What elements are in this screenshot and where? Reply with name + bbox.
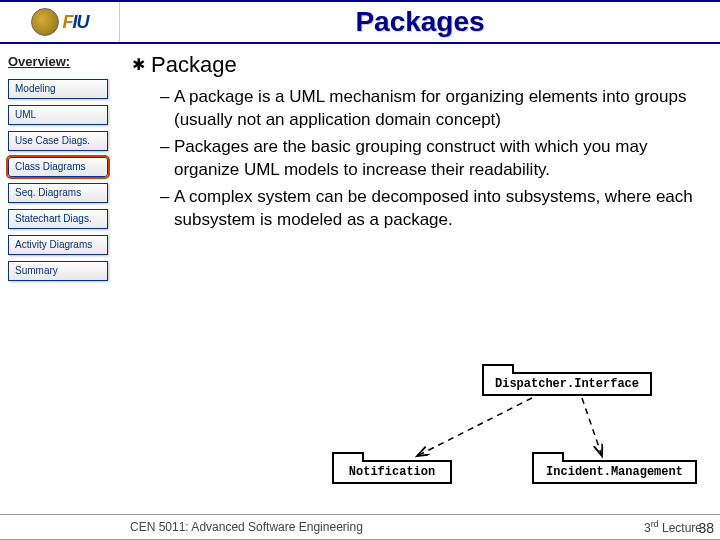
package-incident: Incident.Management bbox=[532, 460, 697, 484]
sidebar: Overview: Modeling UML Use Case Diags. C… bbox=[0, 44, 122, 514]
nav-activity[interactable]: Activity Diagrams bbox=[8, 235, 108, 255]
package-dispatcher: Dispatcher.Interface bbox=[482, 372, 652, 396]
svg-line-0 bbox=[417, 398, 532, 456]
bullet-item: A package is a UML mechanism for organiz… bbox=[160, 86, 696, 132]
bullet-list: A package is a UML mechanism for organiz… bbox=[132, 86, 696, 232]
nav-use-case[interactable]: Use Case Diags. bbox=[8, 131, 108, 151]
nav-uml[interactable]: UML bbox=[8, 105, 108, 125]
university-seal-icon bbox=[31, 8, 59, 36]
heading-text: Package bbox=[151, 52, 237, 77]
page-number: 38 bbox=[698, 520, 714, 536]
bullet-item: Packages are the basic grouping construc… bbox=[160, 136, 696, 182]
svg-line-1 bbox=[582, 398, 602, 456]
logo-area: FIU bbox=[0, 2, 120, 42]
package-notification: Notification bbox=[332, 460, 452, 484]
nav-statechart[interactable]: Statechart Diags. bbox=[8, 209, 108, 229]
course-label: CEN 5011: Advanced Software Engineering bbox=[130, 520, 363, 534]
logo-text: FIU bbox=[63, 12, 89, 33]
package-diagram: Dispatcher.Interface Notification Incide… bbox=[182, 368, 710, 508]
nav-summary[interactable]: Summary bbox=[8, 261, 108, 281]
body-area: Overview: Modeling UML Use Case Diags. C… bbox=[0, 44, 720, 514]
bullet-item: A complex system can be decomposed into … bbox=[160, 186, 696, 232]
bullet-icon: ✱ bbox=[132, 56, 145, 73]
header-bar: FIU Packages bbox=[0, 0, 720, 44]
sidebar-title: Overview: bbox=[8, 54, 114, 69]
nav-seq-diagrams[interactable]: Seq. Diagrams bbox=[8, 183, 108, 203]
nav-modeling[interactable]: Modeling bbox=[8, 79, 108, 99]
slide-title: Packages bbox=[120, 6, 720, 38]
content-area: ✱Package A package is a UML mechanism fo… bbox=[122, 44, 720, 514]
lecture-label: 3rd Lecture bbox=[644, 519, 702, 535]
nav-class-diagrams[interactable]: Class Diagrams bbox=[8, 157, 108, 177]
content-heading: ✱Package bbox=[132, 52, 696, 78]
footer-bar: CEN 5011: Advanced Software Engineering … bbox=[0, 514, 720, 540]
